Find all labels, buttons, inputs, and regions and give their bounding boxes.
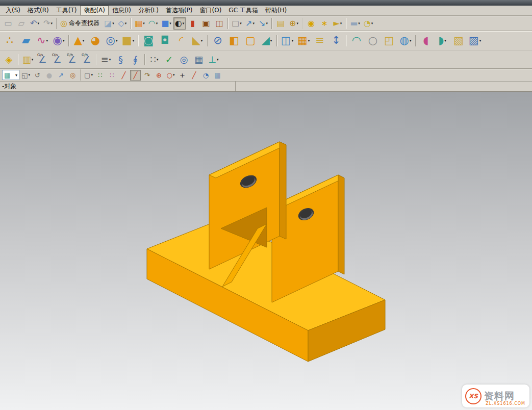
dropdown-arrow-icon[interactable]: ▾	[270, 39, 272, 43]
offset-face-button[interactable]: ≡	[312, 33, 327, 49]
menu-tools[interactable]: 工具(T)	[53, 6, 81, 15]
measure-button[interactable]: ▬ ▾	[349, 17, 361, 30]
menu-format[interactable]: 格式(R)	[24, 6, 53, 15]
trim-body-button[interactable]: ⊘	[210, 33, 225, 49]
command-finder-button[interactable]: ◎ 命令查找器	[59, 17, 102, 30]
edge-blend-button[interactable]: ◜	[173, 33, 189, 49]
dropdown-arrow-icon[interactable]: ▾	[266, 21, 268, 25]
dropdown-arrow-icon[interactable]: ▾	[217, 58, 219, 62]
dropdown-arrow-icon[interactable]: ▾	[156, 21, 158, 25]
snap-slash-button[interactable]: ╱	[189, 70, 199, 81]
rear-plate-side-face[interactable]	[338, 175, 344, 274]
dropdown-arrow-icon[interactable]: ▾	[46, 39, 48, 43]
extrude-button[interactable]: ▲ ▾	[71, 33, 87, 49]
surface-tool-button[interactable]: ◖	[418, 33, 434, 49]
spline-tool-button[interactable]: ∿ ▾	[35, 33, 50, 49]
dropdown-arrow-icon[interactable]: ▾	[308, 39, 310, 43]
menu-help[interactable]: 帮助(H)	[262, 6, 290, 15]
dropdown-arrow-icon[interactable]: ▾	[340, 21, 342, 25]
front-plate-side-face[interactable]	[280, 142, 286, 239]
dropdown-arrow-icon[interactable]: ▾	[252, 21, 255, 25]
gray-sphere-button[interactable]: ●	[44, 70, 55, 81]
dropdown-arrow-icon[interactable]: ▾	[91, 73, 93, 77]
menu-preferences[interactable]: 首选项(P)	[162, 6, 196, 15]
dropdown-arrow-icon[interactable]: ▾	[143, 21, 145, 25]
dropdown-arrow-icon[interactable]: ▾	[479, 39, 482, 43]
draft-button[interactable]: ◢ ▾	[259, 33, 274, 49]
dropdown-arrow-icon[interactable]: ▾	[201, 39, 203, 43]
snap-arc-button[interactable]: ↷	[142, 70, 153, 81]
menu-analysis[interactable]: 分析(L)	[135, 6, 162, 15]
swept-button[interactable]: ◠	[349, 33, 364, 49]
datum-plane-button[interactable]: ◇ ▾	[116, 17, 129, 30]
search-parts-button[interactable]: ◎	[177, 53, 191, 67]
dropdown-arrow-icon[interactable]: ▾	[296, 21, 298, 25]
dropdown-arrow-icon[interactable]: ▾	[15, 73, 17, 78]
emboss-button[interactable]: ◰	[382, 33, 397, 49]
csys-tool-button[interactable]: ⊥ ▾	[207, 53, 220, 67]
dropdown-arrow-icon[interactable]: ▾	[83, 39, 85, 43]
dropdown-arrow-icon[interactable]: ▾	[240, 21, 242, 25]
dropdown-arrow-icon[interactable]: ▾	[173, 73, 175, 77]
point-tool-button[interactable]: ∴	[2, 33, 17, 49]
snap-intersection-button[interactable]: +	[177, 70, 188, 81]
target-point-button[interactable]: ◎	[67, 70, 78, 81]
snap-midpoint-button[interactable]: ╱	[130, 70, 141, 81]
text-tool-button[interactable]: ◉ ▾	[51, 33, 66, 49]
tube-button[interactable]: ○	[365, 33, 381, 49]
snap-circle-button[interactable]: ○ ▾	[165, 70, 176, 81]
dropdown-arrow-icon[interactable]: ▾	[157, 58, 159, 62]
spring-tool-button[interactable]: §	[114, 53, 128, 67]
scatter-tool-button[interactable]: ∷ ▾	[147, 53, 161, 67]
chamfer-button[interactable]: ◣ ▾	[190, 33, 205, 49]
hole-button[interactable]: ◎ ▾	[104, 33, 119, 49]
face-analysis-button[interactable]: ▨ ▾	[467, 33, 483, 49]
dropdown-arrow-icon[interactable]: ▾	[63, 39, 65, 43]
explode-button[interactable]: ► ▾	[332, 17, 344, 30]
sheet-tool-button[interactable]: ▧	[451, 33, 466, 49]
split-body-button[interactable]: ◧	[226, 33, 242, 49]
sketch-object-hide-button[interactable]: O/h ∠	[80, 53, 94, 67]
menu-assemblies[interactable]: 装配(A)	[80, 6, 109, 15]
dropdown-arrow-icon[interactable]: ▾	[112, 21, 114, 25]
component-cube-button[interactable]: ◫	[213, 17, 225, 30]
part-list-button[interactable]: ▤	[274, 17, 287, 30]
menu-window[interactable]: 窗口(O)	[196, 6, 225, 15]
annotation-button[interactable]: ▥ ▾	[21, 53, 35, 67]
redo-button[interactable]: ↷ ▾	[42, 17, 54, 30]
list-options-button[interactable]: ≡ ▾	[99, 53, 113, 67]
nav-cube-button[interactable]: ◈	[2, 53, 16, 67]
dropdown-arrow-icon[interactable]: ▾	[169, 21, 171, 25]
dropdown-arrow-icon[interactable]: ▾	[32, 58, 34, 62]
snap-points-b-button[interactable]: ∷	[107, 70, 117, 81]
highlight-toggle-button[interactable]: ↺	[32, 70, 43, 81]
pattern-feature-button[interactable]: ▦ ▾	[296, 33, 311, 49]
table-tool-button[interactable]: ▦	[192, 53, 206, 67]
subtract-button[interactable]: ◘	[157, 33, 172, 49]
move-component-button[interactable]: ↗ ▾	[244, 17, 256, 30]
sketch-grid-hide-button[interactable]: G/h ∠	[65, 53, 79, 67]
menu-information[interactable]: 信息(I)	[109, 6, 135, 15]
shell-button[interactable]: ▢	[243, 33, 258, 49]
copy-button[interactable]: ▭	[2, 17, 14, 30]
snap-points-a-button[interactable]: ∷	[95, 70, 106, 81]
dropdown-arrow-icon[interactable]: ▾	[116, 39, 118, 43]
model-3d-bracket[interactable]	[0, 92, 532, 410]
sketch-object-snap-button[interactable]: O/s ∠	[50, 53, 64, 67]
mirror-feature-button[interactable]: ◫ ▾	[280, 33, 295, 49]
dropdown-arrow-icon[interactable]: ▾	[133, 39, 135, 43]
paste-button[interactable]: ▱	[15, 17, 28, 30]
vector-up-button[interactable]: ↗	[56, 70, 66, 81]
freeform-tool-button[interactable]: ◗ ▾	[435, 33, 450, 49]
plane-tool-button[interactable]: ▰	[18, 33, 34, 49]
menu-gc-toolbox[interactable]: GC 工具箱	[225, 6, 262, 15]
dropdown-arrow-icon[interactable]: ▾	[50, 21, 53, 25]
work-layer-button[interactable]: ▦	[212, 70, 223, 81]
shaded-view-button[interactable]: ◐ ▾	[173, 17, 186, 30]
revolve-button[interactable]: ◕	[88, 33, 103, 49]
graphics-viewport[interactable]: XS 资料网 ZL.XS1616.COM	[0, 92, 532, 410]
angle-measure-button[interactable]: ◔ ▾	[362, 17, 374, 30]
datum-csys-button[interactable]: ⊕ ▾	[288, 17, 300, 30]
dropdown-arrow-icon[interactable]: ▾	[37, 21, 39, 25]
dropdown-arrow-icon[interactable]: ▾	[410, 39, 412, 43]
